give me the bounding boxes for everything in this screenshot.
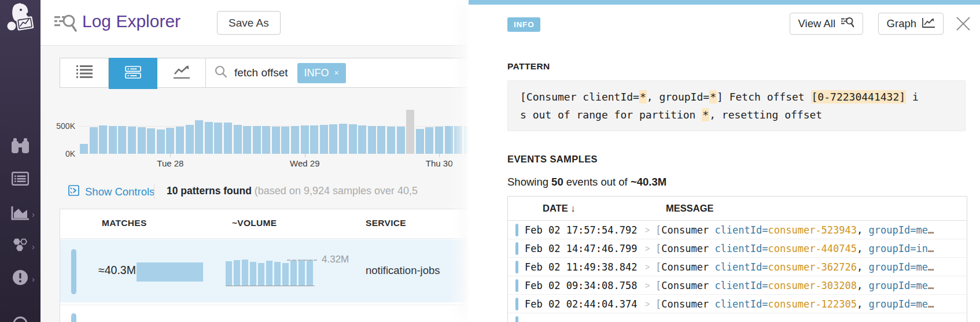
notebook-partial-icon[interactable] — [13, 316, 28, 322]
event-sample-row[interactable]: Feb 02 14:47:46.799>[Consumer clientId=c… — [508, 239, 967, 258]
show-controls-link[interactable]: Show Controls — [68, 185, 154, 199]
search-input[interactable]: fetch offset — [234, 66, 288, 79]
message-value-group: me — [916, 298, 927, 310]
chart-bar[interactable] — [147, 128, 155, 154]
showing-total: ~40.3M — [631, 176, 666, 188]
event-severity-bar — [515, 261, 518, 273]
chart-bar[interactable] — [234, 125, 242, 154]
patterns-view-toggle[interactable] — [109, 58, 157, 89]
chart-bar[interactable] — [281, 127, 289, 154]
watchdog-binoculars-icon[interactable] — [11, 138, 30, 156]
message-value-client: consumer-362726 — [768, 261, 857, 273]
message-text: , — [857, 298, 868, 310]
chart-bar[interactable] — [243, 126, 251, 154]
chart-bar[interactable] — [310, 125, 318, 154]
expand-row-chevron-icon[interactable]: > — [645, 299, 650, 309]
view-all-button[interactable]: View All — [790, 13, 863, 35]
chart-bar[interactable] — [157, 129, 165, 154]
chart-bar[interactable] — [272, 127, 280, 154]
show-controls-label: Show Controls — [85, 186, 154, 198]
message-key-clientid: clientId= — [714, 298, 768, 310]
chart-bar[interactable] — [320, 125, 328, 154]
graph-button[interactable]: Graph — [878, 13, 944, 35]
chart-bar[interactable] — [109, 126, 117, 154]
pattern-text: [Consumer clientId= — [520, 91, 639, 103]
chart-bar[interactable] — [224, 123, 232, 154]
infrastructure-hexagons-icon[interactable] — [12, 238, 28, 255]
status-filter-chip[interactable]: INFO × — [297, 63, 346, 83]
chart-bar[interactable] — [291, 126, 299, 154]
chart-bar[interactable] — [186, 125, 194, 154]
chart-bar[interactable] — [176, 127, 184, 154]
list-view-toggle[interactable] — [60, 58, 109, 87]
chart-bar[interactable] — [253, 126, 261, 154]
chart-bar[interactable] — [262, 126, 270, 154]
column-header-date[interactable]: DATE ↓ — [543, 203, 576, 214]
event-sample-row-partial[interactable] — [508, 313, 967, 322]
sort-descending-icon: ↓ — [570, 203, 575, 213]
close-panel-icon[interactable] — [953, 14, 973, 34]
event-sample-row[interactable]: Feb 02 11:49:38.842>[Consumer clientId=c… — [508, 258, 967, 276]
chart-bar[interactable] — [339, 124, 347, 154]
event-message: [Consumer clientId=consumer-303208, grou… — [655, 280, 964, 291]
event-sample-row[interactable]: Feb 02 09:34:08.758>[Consumer clientId=c… — [508, 276, 967, 295]
infrastructure-submenu-chevron-icon[interactable]: › — [32, 242, 35, 251]
pattern-line: [Consumer clientId=*, groupId=*] Fetch o… — [520, 88, 953, 106]
expand-row-chevron-icon[interactable]: > — [645, 225, 650, 235]
events-rows: Feb 02 17:57:54.792>[Consumer clientId=c… — [508, 221, 967, 322]
chart-bar[interactable] — [301, 125, 309, 154]
events-list-icon[interactable] — [12, 172, 29, 188]
expand-row-chevron-icon[interactable]: > — [645, 281, 650, 290]
chart-bar[interactable] — [99, 125, 107, 154]
chart-bar[interactable] — [406, 110, 414, 154]
chart-bar[interactable] — [435, 127, 443, 154]
message-key-clientid: clientId= — [714, 280, 768, 291]
monitors-alert-icon[interactable] — [12, 269, 28, 288]
chart-bar[interactable] — [205, 122, 213, 154]
metrics-area-chart-icon[interactable] — [11, 205, 30, 223]
event-message: [Consumer clientId=consumer-523943, grou… — [655, 224, 964, 236]
datadog-logo-icon[interactable] — [5, 2, 36, 38]
message-key-groupid: groupId= — [869, 261, 916, 273]
metrics-submenu-chevron-icon[interactable]: › — [32, 209, 35, 219]
pattern-text: ] Fetch offset — [717, 91, 811, 103]
timeseries-view-toggle[interactable] — [157, 58, 206, 87]
chart-bar[interactable] — [138, 127, 146, 154]
sparkline-bar — [290, 260, 297, 286]
event-sample-row[interactable]: Feb 02 02:44:04.374>[Consumer clientId=c… — [508, 295, 967, 313]
sparkline-bar — [282, 263, 289, 286]
chart-bar[interactable] — [80, 144, 88, 154]
pattern-wildcard-highlight: * — [709, 90, 717, 103]
app-sidebar: › › › — [0, 0, 40, 322]
showing-count: 50 — [551, 176, 563, 188]
expand-row-chevron-icon[interactable]: > — [645, 262, 650, 272]
pattern-detail-panel: INFO View All Graph — [469, 0, 980, 322]
message-text: , — [857, 280, 868, 291]
expand-row-chevron-icon[interactable]: > — [645, 244, 650, 253]
message-text: Consumer — [661, 298, 714, 310]
chart-bar[interactable] — [128, 127, 136, 154]
chart-bar[interactable] — [349, 124, 357, 154]
column-header-matches: MATCHES — [102, 218, 147, 228]
chart-bar[interactable] — [358, 125, 366, 154]
save-as-button[interactable]: Save As — [217, 11, 281, 35]
chart-bar[interactable] — [377, 126, 385, 154]
pattern-matches-count: ≈40.3M — [98, 264, 136, 277]
monitors-submenu-chevron-icon[interactable]: › — [32, 274, 35, 284]
chart-bar[interactable] — [425, 127, 433, 154]
pattern-service-name: notification-jobs — [366, 264, 440, 277]
remove-filter-icon[interactable]: × — [334, 68, 339, 77]
chart-bar[interactable] — [90, 127, 98, 154]
chart-bar[interactable] — [397, 127, 405, 154]
chart-bar[interactable] — [166, 128, 174, 154]
chart-bar[interactable] — [195, 120, 203, 154]
chart-bar[interactable] — [214, 123, 222, 154]
chart-bar[interactable] — [416, 129, 424, 154]
message-ellipsis: … — [928, 280, 934, 291]
view-toggle-group — [60, 58, 207, 88]
chart-bar[interactable] — [118, 126, 126, 154]
chart-bar[interactable] — [329, 124, 337, 154]
chart-bar[interactable] — [387, 127, 395, 154]
chart-bar[interactable] — [368, 126, 376, 154]
event-sample-row[interactable]: Feb 02 17:57:54.792>[Consumer clientId=c… — [508, 221, 967, 239]
